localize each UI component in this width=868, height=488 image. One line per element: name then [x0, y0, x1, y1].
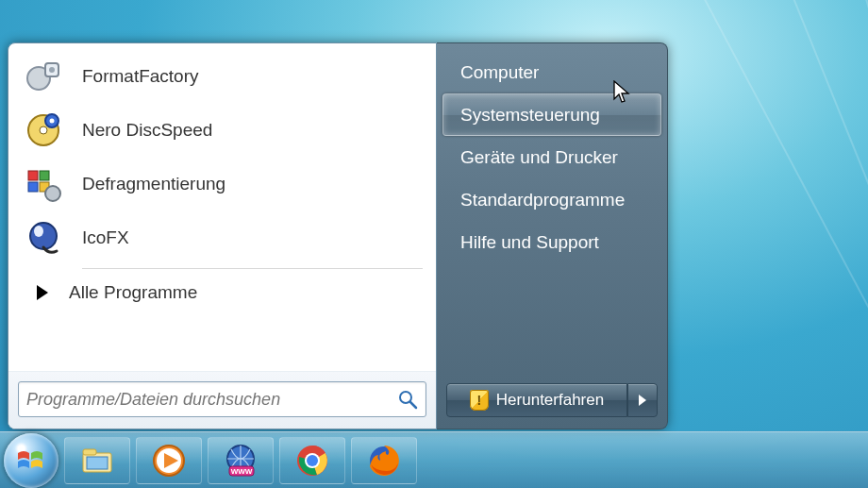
- right-item-label: Systemsteuerung: [460, 105, 600, 126]
- icofx-icon: [22, 216, 65, 260]
- svg-text:WWW: WWW: [231, 467, 253, 476]
- shutdown-label: Herunterfahren: [496, 391, 604, 410]
- windows-logo-icon: [14, 444, 48, 478]
- search-input[interactable]: [26, 390, 397, 410]
- right-item-label: Hilfe und Support: [460, 232, 599, 253]
- svg-point-2: [49, 67, 55, 73]
- svg-rect-18: [87, 457, 108, 469]
- program-label: Defragmentierung: [82, 174, 225, 194]
- right-item-label: Computer: [460, 62, 539, 83]
- svg-point-4: [40, 126, 47, 134]
- taskbar: WWW: [0, 431, 868, 488]
- svg-rect-8: [40, 171, 49, 180]
- start-menu-left-pane: FormatFactory Nero DiscSpeed: [8, 42, 437, 429]
- explorer-icon: [78, 442, 116, 480]
- program-item-icofx[interactable]: IcoFX: [16, 210, 432, 264]
- svg-rect-9: [28, 182, 38, 192]
- shutdown-area: ! Herunterfahren: [437, 374, 667, 429]
- bg-ray: [811, 0, 868, 488]
- chrome-icon: [293, 442, 331, 480]
- svg-point-12: [30, 223, 57, 249]
- shutdown-button[interactable]: ! Herunterfahren: [446, 383, 627, 417]
- nero-discspeed-icon: [22, 109, 65, 152]
- program-item-defrag[interactable]: Defragmentierung: [16, 157, 432, 210]
- svg-rect-17: [83, 449, 96, 455]
- defrag-icon: [22, 162, 65, 206]
- spacer: [437, 263, 667, 374]
- svg-rect-7: [28, 171, 38, 180]
- arrow-right-icon: [639, 395, 646, 406]
- svg-point-13: [34, 226, 43, 237]
- program-label: IcoFX: [82, 227, 129, 248]
- svg-line-15: [410, 402, 416, 408]
- program-label: Nero DiscSpeed: [82, 120, 212, 141]
- media-player-icon: [150, 442, 188, 480]
- start-menu: FormatFactory Nero DiscSpeed: [8, 42, 668, 429]
- right-item-help-support[interactable]: Hilfe und Support: [442, 221, 661, 263]
- formatfactory-icon: [22, 55, 65, 98]
- program-item-nero-discspeed[interactable]: Nero DiscSpeed: [16, 103, 432, 157]
- shield-icon: !: [470, 390, 489, 411]
- program-label: FormatFactory: [82, 66, 199, 87]
- taskbar-icon-wmp[interactable]: [136, 437, 202, 484]
- right-item-computer[interactable]: Computer: [442, 51, 661, 93]
- right-item-devices-printers[interactable]: Geräte und Drucker: [442, 136, 661, 178]
- divider: [82, 268, 423, 269]
- program-item-formatfactory[interactable]: FormatFactory: [16, 49, 432, 103]
- search-box[interactable]: [18, 381, 426, 417]
- taskbar-icon-explorer[interactable]: [64, 437, 130, 484]
- program-list: FormatFactory Nero DiscSpeed: [8, 43, 436, 371]
- taskbar-icon-chrome[interactable]: [279, 437, 345, 484]
- right-item-default-programs[interactable]: Standardprogramme: [442, 178, 661, 221]
- arrow-right-icon: [37, 285, 48, 300]
- taskbar-icon-firefox[interactable]: [351, 437, 417, 484]
- all-programs-label: Alle Programme: [69, 282, 197, 303]
- www-browser-icon: WWW: [222, 442, 259, 480]
- search-area: [8, 371, 436, 429]
- svg-point-11: [45, 186, 60, 201]
- start-button[interactable]: [4, 433, 58, 488]
- taskbar-icon-www[interactable]: WWW: [208, 437, 274, 484]
- firefox-icon: [365, 442, 403, 480]
- shutdown-options-button[interactable]: [627, 383, 658, 417]
- svg-point-27: [307, 455, 318, 466]
- svg-point-6: [50, 118, 55, 123]
- search-icon: [397, 389, 418, 410]
- all-programs[interactable]: Alle Programme: [16, 271, 432, 314]
- right-item-label: Geräte und Drucker: [460, 147, 618, 168]
- right-item-label: Standardprogramme: [460, 190, 625, 210]
- right-item-control-panel[interactable]: Systemsteuerung: [442, 93, 661, 136]
- bg-ray: [717, 0, 868, 488]
- start-menu-right-pane: Computer Systemsteuerung Geräte und Druc…: [437, 42, 668, 429]
